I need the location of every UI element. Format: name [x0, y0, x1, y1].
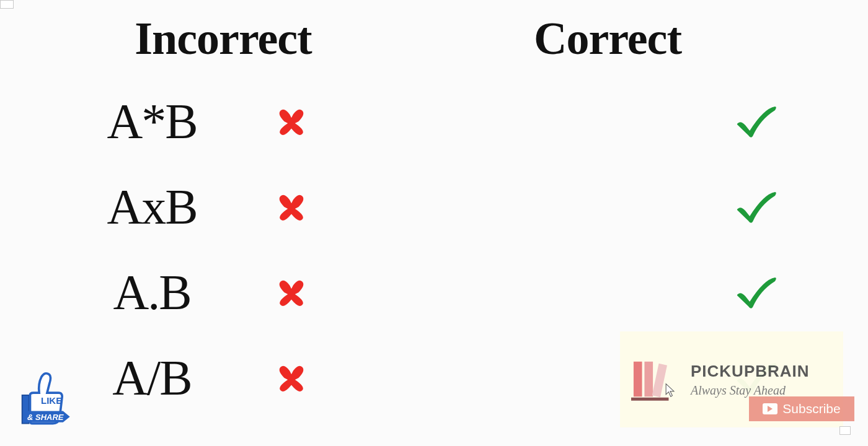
subscribe-label: Subscribe — [782, 401, 840, 416]
mark-cell — [719, 190, 794, 224]
row-item: AxB — [50, 181, 397, 232]
mark-cell — [254, 360, 329, 396]
mark-cell — [254, 189, 329, 225]
row-item: A/B — [50, 352, 397, 403]
heading-incorrect: Incorrect — [135, 12, 311, 65]
heading-correct: Correct — [534, 12, 681, 65]
row-item — [397, 96, 818, 147]
row-item: A*B — [50, 96, 397, 147]
crop-marker-top-left — [0, 0, 14, 9]
mark-cell — [254, 274, 329, 310]
check-icon — [734, 105, 779, 138]
brand-text: PICKUPBRAIN Always Stay Ahead — [691, 362, 810, 398]
check-icon — [734, 190, 779, 224]
expression-text: AxB — [50, 179, 254, 235]
brand-tagline: Always Stay Ahead — [691, 383, 810, 398]
mark-cell — [719, 276, 794, 309]
svg-rect-0 — [634, 361, 642, 396]
expression-text: A*B — [50, 94, 254, 150]
crop-marker-bottom-right — [839, 426, 851, 435]
incorrect-rows: A*B AxB A.B — [50, 96, 397, 403]
expression-text: A/B — [50, 350, 254, 406]
cross-icon — [273, 103, 309, 139]
svg-rect-1 — [644, 361, 653, 396]
row-item: A.B — [50, 267, 397, 318]
brand-title: PICKUPBRAIN — [691, 362, 810, 381]
column-incorrect: Incorrect A*B AxB A.B — [50, 12, 397, 403]
row-item — [397, 267, 818, 318]
like-label: LIKE — [41, 395, 62, 406]
mark-cell — [719, 105, 794, 138]
expression-text: A.B — [50, 265, 254, 321]
cross-icon — [273, 360, 309, 396]
row-item — [397, 181, 818, 232]
cross-icon — [273, 189, 309, 225]
share-label: & SHARE — [27, 413, 64, 422]
like-share-badge[interactable]: LIKE & SHARE — [6, 367, 74, 435]
cross-icon — [273, 274, 309, 310]
check-icon — [734, 276, 779, 309]
mark-cell — [254, 103, 329, 139]
play-icon — [763, 403, 777, 414]
cursor-icon — [665, 383, 676, 398]
subscribe-button[interactable]: Subscribe — [749, 396, 854, 421]
